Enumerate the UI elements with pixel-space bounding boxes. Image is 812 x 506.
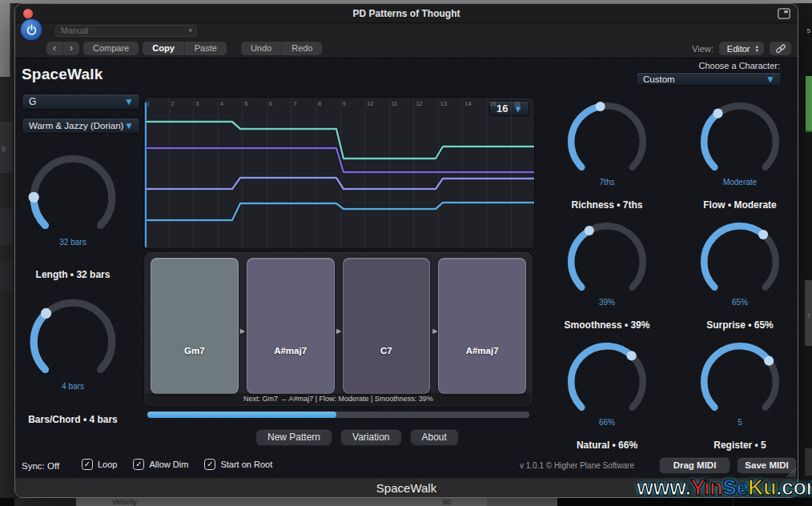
knob-natural[interactable]: 66%Natural • 66%: [547, 337, 667, 451]
chord-card-4[interactable]: A#maj7: [438, 258, 526, 394]
checkbox-label: Allow Dim: [149, 460, 188, 469]
bar-number: 1: [147, 100, 150, 107]
checkbox-icon[interactable]: ✓: [133, 459, 144, 470]
style-dropdown[interactable]: Warm & Jazzy (Dorian) ▼: [22, 118, 140, 134]
knob-label: Richness • 7ths: [547, 199, 667, 211]
knob-value: Moderate: [695, 178, 785, 187]
grid-line: [364, 98, 365, 248]
grid-line: [487, 98, 488, 248]
daw-left-sliver: g: [0, 3, 14, 506]
bar-number: 13: [440, 100, 447, 107]
grid-line: [413, 98, 414, 248]
grid-line: [389, 98, 390, 248]
knob-richness[interactable]: 7thsRichness • 7ths: [547, 97, 667, 211]
power-icon: [26, 24, 38, 36]
progress-fill: [147, 412, 336, 418]
knob-length[interactable]: 32 barsLength • 32 bars: [17, 149, 129, 280]
bar-number: 10: [367, 100, 373, 107]
grid-line: [340, 98, 341, 248]
knob-value: 39%: [562, 298, 652, 307]
chord-card-1[interactable]: Gm7: [151, 258, 239, 394]
about-button[interactable]: About: [410, 429, 459, 446]
knob-bars-chord[interactable]: 4 barsBars/Chord • 4 bars: [17, 293, 129, 425]
window-expand-icon[interactable]: [778, 8, 790, 19]
chord-cards-panel: Gm7A#maj7C7A#maj7 Next: Gm7 → A#maj7 | F…: [143, 251, 533, 407]
daw-track-region: [806, 76, 812, 132]
paste-button[interactable]: Paste: [184, 42, 227, 55]
checkbox-icon[interactable]: ✓: [204, 459, 215, 470]
view-label: View:: [692, 44, 714, 54]
knob-label: Natural • 66%: [547, 440, 667, 451]
key-dropdown[interactable]: G ▼: [22, 94, 140, 110]
dropdown-triangle-icon: ▼: [124, 121, 134, 131]
window-titlebar[interactable]: PD Patterns of Thought: [15, 4, 798, 23]
next-preset-button[interactable]: ›: [62, 42, 79, 55]
link-icon: [774, 43, 787, 54]
knob-register[interactable]: 5Register • 5: [680, 337, 798, 451]
stepper-arrows-icon: ▲▼: [755, 45, 759, 53]
undo-button[interactable]: Undo: [241, 42, 281, 55]
dropdown-triangle-icon: ▼: [766, 74, 775, 84]
host-toolbar: Manual ▾ ‹ › Compare Copy Paste Undo Red…: [15, 23, 798, 58]
link-button[interactable]: [770, 42, 791, 55]
pattern-progress-bar[interactable]: [147, 412, 529, 418]
checkbox-label: Loop: [98, 460, 117, 469]
bar-number: 5: [244, 100, 247, 107]
grid-line: [291, 98, 291, 248]
checkbox-label: Start on Root: [220, 460, 272, 469]
compare-button[interactable]: Compare: [83, 42, 139, 55]
plugin-title: SpaceWalk: [22, 66, 103, 83]
dropdown-triangle-icon: ▼: [124, 97, 134, 106]
daw-right-fragment-mid: 7: [807, 312, 810, 319]
pattern-display[interactable]: 16 ▼ 12345678910111213141516: [143, 97, 535, 249]
bar-number: 16: [513, 100, 520, 107]
knob-surprise[interactable]: 65%Surprise • 65%: [680, 217, 798, 331]
window-title: PD Patterns of Thought: [15, 4, 798, 23]
preset-dropdown[interactable]: Manual ▾: [55, 25, 197, 37]
copy-button[interactable]: Copy: [143, 42, 184, 55]
watermark-segment: .com: [776, 476, 812, 500]
daw-left-fragment: g: [2, 144, 5, 151]
redo-button[interactable]: Redo: [281, 42, 322, 55]
knob-value: 66%: [562, 418, 652, 427]
view-mode-select[interactable]: Editor ▲▼: [719, 42, 764, 55]
bottom-bar-title: SpaceWalk: [376, 481, 436, 495]
knob-label: Length • 32 bars: [17, 269, 129, 280]
power-button[interactable]: [20, 18, 42, 41]
chord-label: Gm7: [184, 346, 205, 355]
checkbox-icon[interactable]: ✓: [82, 459, 93, 470]
checkbox-start-on-root[interactable]: ✓Start on Root: [204, 459, 272, 470]
bar-number: 12: [416, 100, 422, 107]
grid-line: [316, 98, 316, 248]
grid-line: [193, 98, 194, 248]
chord-arrow-icon: ▶: [336, 327, 341, 335]
character-dropdown[interactable]: Custom ▼: [636, 72, 782, 86]
undo-redo-group: Undo Redo: [241, 42, 323, 55]
knob-value: 65%: [695, 298, 785, 307]
knob-value: 7ths: [562, 178, 652, 187]
knob-smoothness[interactable]: 39%Smoothness • 39%: [547, 217, 667, 331]
checkbox-loop[interactable]: ✓Loop: [82, 459, 117, 470]
character-label: Choose a Character:: [699, 61, 781, 70]
knob-flow[interactable]: ModerateFlow • Moderate: [680, 97, 798, 211]
chord-card-2[interactable]: A#maj7: [247, 258, 335, 394]
daw-right-fragment-top: 5: [807, 27, 810, 34]
knob-label: Smoothness • 39%: [547, 319, 667, 331]
bar-number: 3: [195, 100, 199, 107]
copy-paste-group: Copy Paste: [143, 42, 227, 55]
velocity-value: 80: [443, 498, 451, 506]
chord-arrow-icon: ▶: [432, 327, 437, 335]
drag-midi-button[interactable]: Drag MIDI: [659, 457, 730, 474]
daw-right-sliver: 5 7: [798, 3, 812, 506]
knob-label: Register • 5: [680, 440, 798, 451]
chord-label: C7: [380, 346, 392, 355]
spacewalk-panel: Choose a Character: Custom ▼ SpaceWalk G…: [15, 58, 798, 479]
variation-button[interactable]: Variation: [340, 429, 401, 446]
prev-preset-button[interactable]: ‹: [46, 42, 62, 55]
checkbox-allow-dim[interactable]: ✓Allow Dim: [133, 459, 188, 470]
knob-label: Flow • Moderate: [680, 199, 798, 211]
chord-card-3[interactable]: C7: [343, 258, 431, 394]
bar-number: 2: [171, 100, 175, 107]
knob-label: Surprise • 65%: [680, 319, 798, 331]
new-pattern-button[interactable]: New Pattern: [255, 429, 332, 446]
